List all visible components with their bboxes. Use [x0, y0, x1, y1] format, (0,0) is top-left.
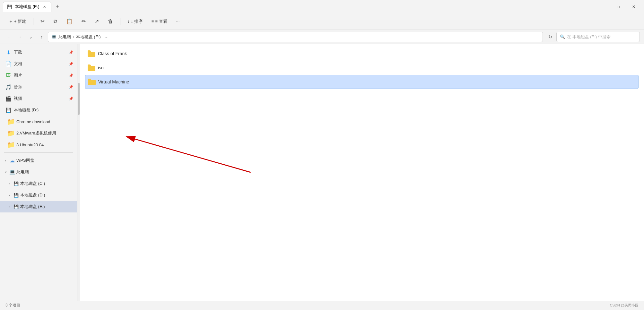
forward-button[interactable]: →	[15, 32, 25, 42]
view-button[interactable]: ≡ ≡ 查看	[148, 17, 170, 26]
share-icon: ↗	[95, 18, 99, 24]
sidebar-item-download[interactable]: ⬇ 下载 📌	[0, 47, 77, 58]
sidebar-label-computer: 此电脑	[16, 169, 29, 175]
sort-label: ↕ 排序	[131, 19, 143, 24]
tab-drive-icon: 💾	[7, 4, 12, 9]
sidebar-scrollbar-thumb[interactable]	[78, 83, 80, 115]
search-icon: 🔍	[560, 34, 565, 39]
view-label: ≡ 查看	[155, 19, 167, 24]
more-button[interactable]: ···	[173, 17, 183, 25]
sidebar-item-drive-c[interactable]: › 💾 本地磁盘 (C:)	[0, 178, 77, 189]
sort-button[interactable]: ↕ ↕ 排序	[124, 17, 146, 26]
maximize-button[interactable]: □	[611, 2, 626, 12]
path-computer: 此电脑	[58, 34, 71, 40]
sidebar-label-photo: 图片	[14, 73, 22, 78]
pin-icon-photo: 📌	[69, 73, 73, 78]
file-item-virtual-machine[interactable]: Virtual Machine	[85, 75, 639, 89]
sidebar-label-download: 下载	[14, 49, 22, 55]
dropdown-button[interactable]: ⌄	[26, 32, 36, 42]
sidebar-item-chrome-download[interactable]: 📁 Chrome download	[0, 116, 77, 127]
copy-icon: ⧉	[54, 19, 57, 24]
drive-d2-icon: 💾	[13, 192, 19, 198]
folder-icon-iso	[88, 65, 95, 71]
sidebar-item-ubuntu[interactable]: 📁 3.Ubuntu20.04	[0, 139, 77, 151]
path-separator-1: ›	[73, 35, 74, 39]
toolbar-separator-1	[33, 18, 33, 25]
file-name-iso: iso	[98, 65, 104, 70]
back-button[interactable]: ←	[4, 32, 14, 42]
main-content: ⬇ 下载 📌 📄 文档 📌 🖼 图片 📌 🎵 音乐 📌 🎬 视频	[0, 44, 644, 301]
view-icon: ≡	[152, 19, 154, 24]
pin-icon-music: 📌	[69, 85, 73, 89]
minimize-button[interactable]: —	[596, 2, 610, 12]
sidebar: ⬇ 下载 📌 📄 文档 📌 🖼 图片 📌 🎵 音乐 📌 🎬 视频	[0, 44, 77, 301]
sidebar-label-doc: 文档	[14, 61, 22, 67]
delete-button[interactable]: 🗑	[105, 17, 116, 26]
sidebar-label-c: 本地磁盘 (C:)	[20, 181, 45, 186]
sort-icon: ↕	[127, 19, 130, 24]
sidebar-item-video[interactable]: 🎬 视频 📌	[0, 93, 77, 104]
more-icon: ···	[176, 19, 180, 24]
sidebar-label-vmware: 2.VMware虚拟机使用	[16, 130, 56, 136]
rename-button[interactable]: ✏	[78, 17, 89, 26]
drive-e-icon: 💾	[13, 204, 19, 210]
chevron-d: ›	[7, 193, 12, 198]
path-computer-icon: 💻	[51, 34, 57, 39]
up-button[interactable]: ↑	[37, 32, 47, 42]
doc-icon: 📄	[5, 61, 11, 67]
address-bar-area: ← → ⌄ ↑ 💻 此电脑 › 本地磁盘 (E:) ⌄ ↻ 🔍 在 本地磁盘 (…	[0, 30, 644, 44]
chevron-e: ›	[7, 204, 12, 209]
file-item-iso[interactable]: iso	[85, 61, 639, 75]
new-button[interactable]: ＋ + 新建	[5, 17, 29, 26]
close-button[interactable]: ✕	[626, 2, 641, 12]
paste-button[interactable]: 📋	[63, 17, 76, 26]
cut-icon: ✂	[40, 18, 45, 24]
sidebar-label-ubuntu: 3.Ubuntu20.04	[16, 142, 44, 147]
cut-button[interactable]: ✂	[37, 17, 48, 26]
window-controls: — □ ✕	[596, 2, 644, 12]
sidebar-item-photo[interactable]: 🖼 图片 📌	[0, 70, 77, 81]
new-tab-button[interactable]: +	[53, 2, 62, 12]
folder-icon-class	[88, 50, 95, 57]
sidebar-item-computer[interactable]: ∨ 💻 此电脑	[0, 166, 77, 178]
status-bar: 3 个项目 CSDN @头秃小圆	[0, 301, 644, 310]
sidebar-label-wps: WPS网盘	[16, 158, 34, 163]
annotation-arrow	[80, 44, 644, 301]
pin-icon-download: 📌	[69, 50, 73, 55]
sidebar-item-drive-d2[interactable]: › 💾 本地磁盘 (D:)	[0, 189, 77, 201]
title-bar: 💾 本地磁盘 (E:) ✕ + — □ ✕	[0, 0, 644, 13]
sidebar-scrollbar[interactable]	[77, 44, 80, 301]
share-button[interactable]: ↗	[91, 17, 102, 26]
address-dropdown-button[interactable]: ⌄	[103, 33, 110, 41]
dropdown-icon: ⌄	[29, 34, 33, 39]
address-bar[interactable]: 💻 此电脑 › 本地磁盘 (E:) ⌄	[48, 32, 543, 42]
copy-button[interactable]: ⧉	[50, 17, 60, 26]
sidebar-item-music[interactable]: 🎵 音乐 📌	[0, 81, 77, 93]
tab-title: 本地磁盘 (E:)	[15, 4, 39, 10]
sidebar-divider-1	[4, 152, 73, 153]
search-box[interactable]: 🔍 在 本地磁盘 (E:) 中搜索	[556, 32, 640, 42]
title-bar-left: 💾 本地磁盘 (E:) ✕ +	[3, 2, 596, 12]
file-item-class-of-frank[interactable]: Class of Frank	[85, 47, 639, 61]
sidebar-item-drive-e[interactable]: › 💾 本地磁盘 (E:)	[0, 201, 77, 212]
tab-close-button[interactable]: ✕	[42, 4, 47, 9]
refresh-button[interactable]: ↻	[545, 32, 555, 42]
music-icon: 🎵	[5, 84, 11, 90]
status-count: 3 个项目	[5, 303, 20, 308]
delete-icon: 🗑	[108, 19, 113, 24]
sidebar-label-e: 本地磁盘 (E:)	[20, 204, 45, 210]
sidebar-item-doc[interactable]: 📄 文档 📌	[0, 58, 77, 70]
sidebar-label-d2: 本地磁盘 (D:)	[20, 192, 45, 198]
sidebar-item-wps[interactable]: › ☁ WPS网盘	[0, 155, 77, 166]
file-name-virtual-machine: Virtual Machine	[98, 79, 129, 84]
download-icon: ⬇	[5, 49, 11, 55]
chevron-c: ›	[7, 181, 12, 186]
watermark: CSDN @头秃小圆	[610, 303, 639, 308]
sidebar-item-vmware[interactable]: 📁 2.VMware虚拟机使用	[0, 127, 77, 139]
new-icon: ＋	[9, 19, 13, 24]
rename-icon: ✏	[82, 18, 86, 24]
sidebar-item-drive-d[interactable]: 💾 本地磁盘 (D:)	[0, 104, 77, 116]
active-tab[interactable]: 💾 本地磁盘 (E:) ✕	[3, 2, 51, 12]
drive-c-icon: 💾	[13, 181, 19, 186]
computer-icon: 💻	[9, 169, 15, 175]
